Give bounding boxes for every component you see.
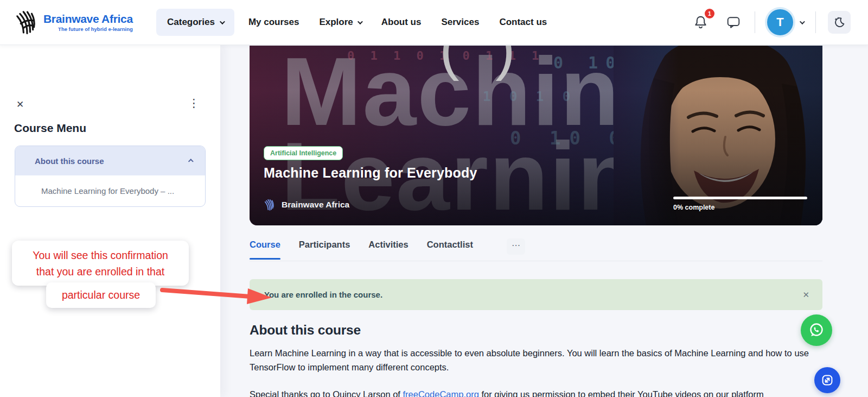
tab-activities[interactable]: Activities: [368, 240, 408, 259]
course-title: Machine Learning for Everybody: [264, 165, 477, 181]
course-index-section: About this course Machine Learning for E…: [15, 146, 206, 207]
progress-label: 0% complete: [673, 204, 807, 211]
top-navbar: Brainwave Africa The future of hybrid e-…: [0, 0, 868, 45]
enrollment-success-alert: You are enrolled in the course. ✕: [250, 279, 822, 310]
chat-bubble-icon: [726, 15, 741, 29]
section-about-this-course[interactable]: About this course: [15, 146, 205, 175]
main-content: Machine Learning ( ) 0 1 1 0 1 0 1 1 1 0…: [250, 46, 822, 397]
notifications-button[interactable]: 1: [691, 12, 710, 32]
about-description: Learn Machine Learning in a way that is …: [250, 346, 819, 374]
section-item-link[interactable]: Machine Learning for Everybody – ...: [15, 175, 205, 206]
moon-stars-icon: [833, 16, 846, 29]
chevron-down-icon: [358, 19, 363, 24]
nav-link-contact-us[interactable]: Contact us: [499, 17, 547, 28]
nav-link-services[interactable]: Services: [441, 17, 479, 28]
divider: [755, 11, 755, 33]
dark-mode-toggle[interactable]: [828, 11, 851, 34]
alert-message: You are enrolled in the course.: [264, 290, 382, 299]
nav-link-my-courses[interactable]: My courses: [248, 17, 299, 28]
notification-badge: 1: [705, 9, 714, 18]
brand-logo[interactable]: Brainwave Africa The future of hybrid e-…: [14, 8, 139, 37]
annotation-arrow: [159, 286, 274, 306]
course-progress: 0% complete: [673, 197, 807, 211]
course-tabs: Course Participants Activities Contactli…: [250, 240, 822, 261]
chevron-up-icon: [188, 159, 194, 164]
alert-close-button[interactable]: ✕: [802, 290, 809, 300]
course-index-drawer: ✕ ⋮ Course Menu About this course Machin…: [0, 45, 220, 397]
nav-link-about-us[interactable]: About us: [381, 17, 422, 28]
credit-suffix: for giving us permission to embed their …: [479, 389, 764, 397]
annotation-text: that you are enrolled in that: [17, 263, 183, 280]
nav-link-explore[interactable]: Explore: [319, 17, 361, 28]
avatar[interactable]: T: [767, 9, 793, 35]
course-provider: Brainwave Africa: [264, 198, 349, 212]
brand-name: Brainwave Africa: [43, 12, 133, 26]
annotation-box: particular course: [46, 282, 156, 308]
user-menu-chevron-icon[interactable]: [800, 19, 805, 24]
whatsapp-icon: [808, 322, 825, 339]
progress-bar: [673, 197, 807, 199]
freecodecamp-link[interactable]: freeCodeCamp.org: [403, 389, 479, 397]
course-hero-banner: Machine Learning ( ) 0 1 1 0 1 0 1 1 1 0…: [250, 46, 822, 225]
tab-contactlist[interactable]: Contactlist: [427, 240, 473, 259]
fullscreen-expand-button[interactable]: [814, 367, 840, 393]
categories-button[interactable]: Categories: [156, 9, 234, 36]
drawer-options-menu[interactable]: ⋮: [188, 97, 200, 109]
annotation-box: You will see this confirmation that you …: [12, 241, 189, 286]
divider: [815, 11, 816, 33]
credit-prefix: Special thanks go to Quincy Larson of: [250, 389, 403, 397]
brainwave-logo-icon: [14, 8, 39, 37]
category-badge[interactable]: Artificial Intelligence: [264, 146, 343, 160]
brainwave-logo-icon: [264, 198, 276, 212]
annotation-text: You will see this confirmation: [17, 247, 183, 263]
annotation-text: particular course: [49, 287, 152, 303]
close-drawer-button[interactable]: ✕: [16, 99, 24, 110]
chevron-down-icon: [220, 19, 225, 24]
tab-course[interactable]: Course: [250, 240, 280, 259]
tab-participants[interactable]: Participants: [299, 240, 350, 259]
messages-button[interactable]: [724, 13, 743, 31]
tabs-more-button[interactable]: ⋯: [507, 238, 525, 255]
navbar-actions: 1 T: [691, 9, 851, 35]
whatsapp-button[interactable]: [801, 314, 832, 346]
course-menu-title: Course Menu: [14, 122, 86, 135]
credit-line: Special thanks go to Quincy Larson of fr…: [250, 387, 822, 397]
about-section-heading: About this course: [250, 323, 822, 338]
brand-tagline: The future of hybrid e-learning: [43, 26, 133, 32]
main-nav: My courses Explore About us Services Con…: [248, 17, 547, 28]
expand-icon: [821, 374, 834, 387]
